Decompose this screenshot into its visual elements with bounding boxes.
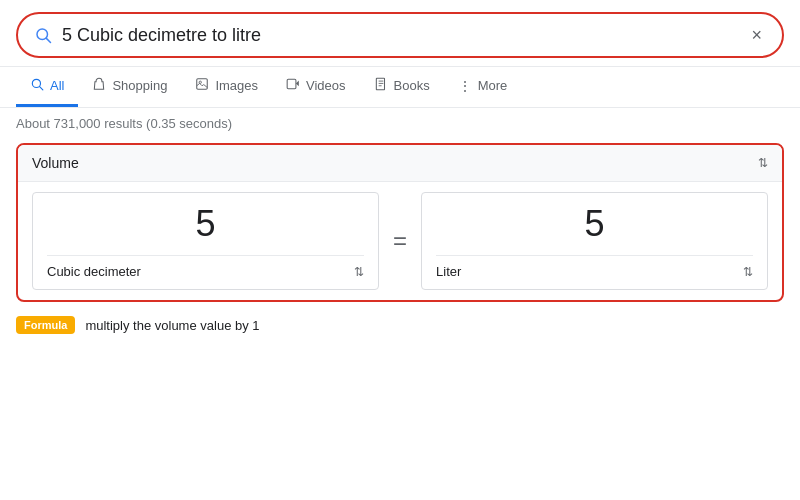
right-unit-row: Liter ⇅ (436, 255, 753, 279)
search-bar-area: 5 Cubic decimetre to litre × (0, 0, 800, 67)
svg-line-3 (40, 87, 43, 90)
tab-images[interactable]: Images (181, 67, 272, 107)
tab-shopping-label: Shopping (112, 78, 167, 93)
tab-books[interactable]: Books (360, 67, 444, 107)
tab-more[interactable]: ⋮ More (444, 68, 522, 107)
svg-rect-6 (287, 79, 296, 88)
tab-videos-label: Videos (306, 78, 346, 93)
formula-badge: Formula (16, 316, 75, 334)
tab-books-label: Books (394, 78, 430, 93)
tab-videos[interactable]: Videos (272, 67, 360, 107)
tab-shopping[interactable]: Shopping (78, 67, 181, 107)
left-unit-arrows[interactable]: ⇅ (354, 265, 364, 279)
books-tab-icon (374, 77, 388, 94)
left-unit-label: Cubic decimeter (47, 264, 141, 279)
right-unit-arrows[interactable]: ⇅ (743, 265, 753, 279)
search-bar-container: 5 Cubic decimetre to litre × (16, 12, 784, 58)
search-icon (34, 26, 52, 44)
more-tab-icon: ⋮ (458, 78, 472, 94)
formula-row: Formula multiply the volume value by 1 (0, 306, 800, 344)
tab-images-label: Images (215, 78, 258, 93)
left-value[interactable]: 5 (47, 203, 364, 245)
formula-text: multiply the volume value by 1 (85, 318, 259, 333)
images-tab-icon (195, 77, 209, 94)
search-input[interactable]: 5 Cubic decimetre to litre (62, 25, 747, 46)
clear-icon[interactable]: × (747, 21, 766, 50)
tab-more-label: More (478, 78, 508, 93)
right-conv-box: 5 Liter ⇅ (421, 192, 768, 290)
shopping-tab-icon (92, 77, 106, 94)
conversion-row: 5 Cubic decimeter ⇅ = 5 Liter ⇅ (18, 182, 782, 300)
volume-select-arrows: ⇅ (758, 156, 768, 170)
right-unit-label: Liter (436, 264, 461, 279)
svg-rect-8 (376, 78, 384, 90)
equals-sign: = (389, 227, 411, 255)
videos-tab-icon (286, 77, 300, 94)
tabs-bar: All Shopping Images Videos (0, 67, 800, 108)
search-tab-icon (30, 77, 44, 94)
results-count: About 731,000 results (0.35 seconds) (0, 108, 800, 139)
converter-card: Volume ⇅ 5 Cubic decimeter ⇅ = 5 Liter ⇅ (16, 143, 784, 302)
volume-selector-row: Volume ⇅ (18, 145, 782, 182)
right-value[interactable]: 5 (436, 203, 753, 245)
svg-line-1 (46, 38, 50, 42)
volume-label: Volume (32, 155, 79, 171)
left-unit-row: Cubic decimeter ⇅ (47, 255, 364, 279)
left-conv-box: 5 Cubic decimeter ⇅ (32, 192, 379, 290)
tab-all[interactable]: All (16, 67, 78, 107)
volume-select-wrapper[interactable]: Volume ⇅ (32, 155, 768, 171)
tab-all-label: All (50, 78, 64, 93)
